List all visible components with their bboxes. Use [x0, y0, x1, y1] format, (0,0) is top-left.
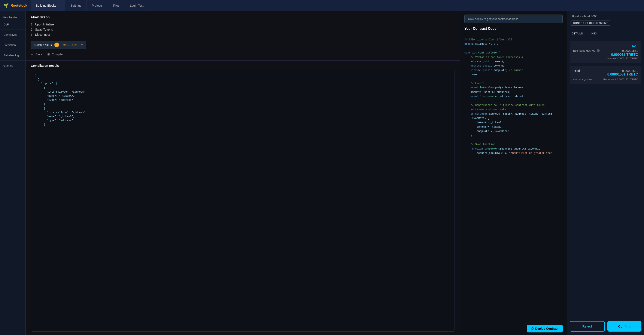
brand-name: Rootstock — [10, 4, 27, 7]
sidebar-item-rebalancing[interactable]: Rebalancing — [0, 50, 26, 60]
contract-code-area: // SPDX-License-Identifier: MIT pragma s… — [460, 34, 567, 322]
sidebar-section-label: Most Popular — [0, 14, 26, 19]
back-arrow-icon: ← — [31, 53, 34, 56]
sidebar-item-defi[interactable]: DeFi — [0, 19, 26, 30]
wallet-balance: 0.050 tRBTC — [34, 43, 52, 47]
tab-hex[interactable]: HEX — [587, 29, 602, 38]
sidebar-item-derivatives[interactable]: Derivatives — [0, 30, 26, 40]
gas-fee-section: EDIT Estimated gas fee i 0.00001531 0.00… — [570, 41, 642, 63]
close-tab-icon[interactable]: ✕ — [58, 4, 60, 7]
deploy-btn-bar: ⬡ Deploy Contract — [460, 322, 567, 335]
contract-header: Click deploy to get your contract addres… — [460, 11, 567, 34]
tab-settings[interactable]: Settings — [65, 0, 87, 11]
flow-step-3: 3. Disconnect — [31, 33, 455, 36]
total-sub-row: Amount + gas fee Max amount: 0.00001531 … — [573, 78, 638, 81]
action-row: ← Back ⊞ Compile — [31, 53, 455, 56]
detail-tabs: DETAILS HEX — [567, 29, 644, 38]
localhost-url: http://localhost:3000 — [570, 14, 640, 18]
deploy-icon: ⬡ — [531, 327, 534, 330]
total-section: Total 0.00001531 0.00001531 TRBTC Amount… — [570, 66, 642, 84]
gas-edit-row: EDIT — [573, 44, 638, 47]
wallet-selector[interactable]: 0.050 tRBTC ₿ 0x60...9C61 ▾ — [31, 41, 86, 49]
wallet-icon: ₿ — [54, 42, 59, 47]
tab-building-blocks[interactable]: Building Blocks ✕ — [30, 0, 65, 11]
deploy-contract-button[interactable]: ⬡ Deploy Contract — [527, 325, 563, 333]
wallet-address: 0x60...9C61 — [62, 43, 78, 47]
brand[interactable]: 🌱 Rootstock — [0, 3, 30, 8]
total-amounts: 0.00001531 0.00001531 TRBTC — [608, 69, 638, 76]
brand-icon: 🌱 — [4, 3, 9, 8]
right-panel: http://localhost:3000 CONTRACT DEPLOYMEN… — [567, 11, 644, 335]
gas-amount-trbtc: 0.000015 TRBTC — [608, 53, 638, 57]
sidebar-item-prediction[interactable]: Prediction — [0, 40, 26, 50]
compilation-code: [ { "inputs": [ { "internalType": "addre… — [31, 70, 455, 332]
info-icon: i — [597, 49, 600, 52]
flow-graph-title: Flow Graph — [31, 15, 455, 19]
topnav: 🌱 Rootstock Building Blocks ✕ Settings P… — [0, 0, 644, 11]
compilation-section: Compilation Result: [ { "inputs": [ { "i… — [26, 60, 460, 335]
contract-code-title: Your Contract Code — [464, 27, 563, 30]
action-buttons: Reject Confirm — [567, 318, 644, 335]
tab-login-test[interactable]: Login Test — [125, 0, 149, 11]
gas-amount-small: 0.00001531 — [608, 49, 638, 52]
reject-button[interactable]: Reject — [570, 321, 605, 332]
compile-icon: ⊞ — [47, 53, 50, 56]
gas-fee-label: Estimated gas fee i — [573, 49, 600, 52]
compile-button[interactable]: ⊞ Compile — [47, 53, 62, 56]
right-panel-header: http://localhost:3000 CONTRACT DEPLOYMEN… — [567, 11, 644, 29]
tab-projects[interactable]: Projects — [87, 0, 108, 11]
right-panel-content: EDIT Estimated gas fee i 0.00001531 0.00… — [567, 38, 644, 318]
sidebar-item-gaming[interactable]: Gaming — [0, 60, 26, 71]
total-amount-small: 0.00001531 — [608, 69, 638, 72]
flow-step-2: 2. Swap Tokens — [31, 28, 455, 31]
flow-step-1: 1. Upon Initialise — [31, 23, 455, 26]
total-row-header: Total 0.00001531 0.00001531 TRBTC — [573, 69, 638, 76]
tab-files[interactable]: Files — [108, 0, 125, 11]
nav-tabs: Building Blocks ✕ Settings Projects File… — [30, 0, 149, 11]
total-label: Total — [573, 69, 580, 72]
left-sidebar: Most Popular DeFi Derivatives Prediction… — [0, 11, 26, 335]
confirm-button[interactable]: Confirm — [608, 321, 642, 332]
tab-details[interactable]: DETAILS — [567, 29, 587, 38]
contract-panel: Click deploy to get your contract addres… — [460, 11, 567, 335]
chevron-down-icon: ▾ — [81, 43, 83, 47]
deploy-notice: Click deploy to get your contract addres… — [464, 14, 563, 23]
total-amount-trbtc: 0.00001531 TRBTC — [608, 72, 638, 76]
flow-graph-section: Flow Graph 1. Upon Initialise 2. Swap To… — [26, 11, 460, 60]
main-layout: Most Popular DeFi Derivatives Prediction… — [0, 11, 644, 335]
compilation-title: Compilation Result: — [31, 64, 455, 67]
contract-deployment-badge: CONTRACT DEPLOYMENT — [570, 20, 610, 26]
center-panel: Flow Graph 1. Upon Initialise 2. Swap To… — [26, 11, 460, 335]
gas-max-fee: Max fee: 0.00001531 TRBTC — [608, 57, 638, 60]
flow-steps: 1. Upon Initialise 2. Swap Tokens 3. Dis… — [31, 23, 455, 36]
back-button[interactable]: ← Back — [31, 53, 42, 56]
edit-link[interactable]: EDIT — [632, 44, 638, 47]
